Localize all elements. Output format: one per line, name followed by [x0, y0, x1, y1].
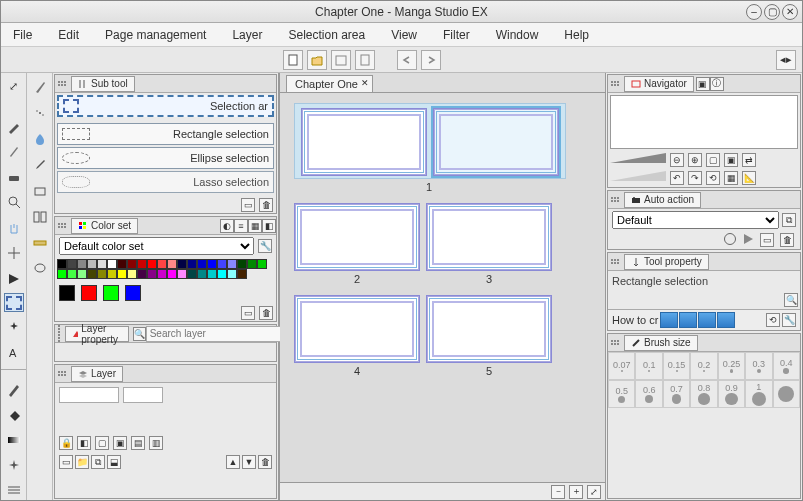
- colorset-opt3-icon[interactable]: ▦: [248, 219, 262, 233]
- swatch[interactable]: [57, 259, 67, 269]
- swatch[interactable]: [137, 269, 147, 279]
- autoaction-tab[interactable]: Auto action: [624, 192, 701, 208]
- toolprop-reset-icon[interactable]: ⟲: [766, 313, 780, 327]
- colorset-trash-icon[interactable]: 🗑: [259, 306, 273, 320]
- layer-clip-icon[interactable]: ◧: [77, 436, 91, 450]
- menu-layer[interactable]: Layer: [228, 26, 266, 44]
- layer-search-input[interactable]: [146, 326, 281, 342]
- brush-size-cell[interactable]: 0.6: [635, 380, 662, 408]
- colorset-tab[interactable]: Color set: [71, 218, 138, 234]
- zoom-fit-icon[interactable]: ⤢: [587, 485, 601, 499]
- brush-size-cell[interactable]: 1: [745, 380, 772, 408]
- recent-swatch[interactable]: [103, 285, 119, 301]
- blend-tool-icon[interactable]: [30, 129, 50, 149]
- nav-zoomout-icon[interactable]: ⊖: [670, 153, 684, 167]
- swatch[interactable]: [257, 259, 267, 269]
- swatch[interactable]: [67, 259, 77, 269]
- layer-folder-icon[interactable]: 📁: [75, 455, 89, 469]
- swatch[interactable]: [57, 269, 67, 279]
- swatch[interactable]: [117, 269, 127, 279]
- close-tab-icon[interactable]: ✕: [361, 78, 369, 88]
- navigator-icon2[interactable]: ▣: [696, 77, 710, 91]
- swatch[interactable]: [177, 259, 187, 269]
- swatch[interactable]: [77, 259, 87, 269]
- menu-page-management[interactable]: Page management: [101, 26, 210, 44]
- nav-grid-icon[interactable]: ▦: [724, 171, 738, 185]
- new-file-icon[interactable]: [283, 50, 303, 70]
- brush-size-cell[interactable]: 0.15: [663, 352, 690, 380]
- layer-fx-icon[interactable]: ▥: [149, 436, 163, 450]
- subtool-trash-icon[interactable]: 🗑: [259, 198, 273, 212]
- toolprop-wrench-icon[interactable]: 🔧: [782, 313, 796, 327]
- layer-merge-icon[interactable]: ⬓: [107, 455, 121, 469]
- toolprop-tab[interactable]: Tool property: [624, 254, 709, 270]
- swatch[interactable]: [127, 269, 137, 279]
- zoom-out-icon[interactable]: －: [551, 485, 565, 499]
- pen-tool-icon[interactable]: [4, 143, 24, 162]
- swatch[interactable]: [247, 259, 257, 269]
- balloon-tool-icon[interactable]: [30, 259, 50, 279]
- brush-size-cell[interactable]: 0.4: [773, 352, 800, 380]
- swatch[interactable]: [217, 259, 227, 269]
- nav-rotl-icon[interactable]: ↶: [670, 171, 684, 185]
- swatch[interactable]: [107, 259, 117, 269]
- menu-edit[interactable]: Edit: [54, 26, 83, 44]
- wand-tool-icon[interactable]: [4, 318, 24, 337]
- colorset-wrench-icon[interactable]: 🔧: [258, 239, 272, 253]
- brush-size-cell[interactable]: 0.3: [745, 352, 772, 380]
- swatch[interactable]: [187, 259, 197, 269]
- hand-tool-icon[interactable]: [4, 218, 24, 237]
- swatch[interactable]: [237, 259, 247, 269]
- menu-window[interactable]: Window: [492, 26, 543, 44]
- swatch[interactable]: [127, 259, 137, 269]
- layer-opacity-field[interactable]: [123, 387, 163, 403]
- navigator-info-icon[interactable]: ⓘ: [710, 77, 724, 91]
- swatch[interactable]: [157, 269, 167, 279]
- howto-mode2[interactable]: [679, 312, 697, 328]
- page-thumb-3[interactable]: [426, 203, 552, 271]
- colorset-dropdown[interactable]: Default color set: [59, 237, 254, 255]
- layer-draft-icon[interactable]: ▤: [131, 436, 145, 450]
- canvas-tab-chapter-one[interactable]: Chapter One ✕: [286, 75, 373, 92]
- layerprop-tab[interactable]: Layer property: [65, 326, 129, 342]
- close-button[interactable]: ✕: [782, 4, 798, 20]
- autoaction-dropdown[interactable]: Default: [612, 211, 779, 229]
- eyedropper-tool-icon[interactable]: [30, 155, 50, 175]
- subtool-tab[interactable]: Sub tool: [71, 76, 135, 92]
- swatch[interactable]: [167, 259, 177, 269]
- swatch[interactable]: [207, 269, 217, 279]
- layer-tab[interactable]: Layer: [71, 366, 123, 382]
- minimize-button[interactable]: –: [746, 4, 762, 20]
- swatch[interactable]: [227, 269, 237, 279]
- recent-swatch[interactable]: [81, 285, 97, 301]
- swatch[interactable]: [197, 269, 207, 279]
- page-icon[interactable]: [355, 50, 375, 70]
- shape-tool-icon[interactable]: [30, 181, 50, 201]
- swatch[interactable]: [177, 269, 187, 279]
- swatch[interactable]: [97, 269, 107, 279]
- swatch[interactable]: [137, 259, 147, 269]
- swatch[interactable]: [237, 269, 247, 279]
- airbrush-tool-icon[interactable]: [30, 103, 50, 123]
- swatch[interactable]: [227, 259, 237, 269]
- lasso-tool-icon[interactable]: [4, 268, 24, 287]
- lines-tool-icon[interactable]: [4, 481, 24, 500]
- swatch[interactable]: [187, 269, 197, 279]
- menu-filter[interactable]: Filter: [439, 26, 474, 44]
- gradient-tool-icon[interactable]: [4, 431, 24, 450]
- swatch[interactable]: [117, 259, 127, 269]
- swatch[interactable]: [77, 269, 87, 279]
- page-thumb-left[interactable]: [301, 108, 427, 176]
- colorset-add-icon[interactable]: ▭: [241, 306, 255, 320]
- subtool-rectangle[interactable]: Rectangle selection: [57, 123, 274, 145]
- colorset-opt2-icon[interactable]: ≡: [234, 219, 248, 233]
- brush-size-cell[interactable]: [773, 380, 800, 408]
- swatch[interactable]: [87, 259, 97, 269]
- brush-size-cell[interactable]: 0.2: [690, 352, 717, 380]
- colorset-opt1-icon[interactable]: ◐: [220, 219, 234, 233]
- swatch[interactable]: [147, 259, 157, 269]
- swatch[interactable]: [217, 269, 227, 279]
- layer-trash-icon[interactable]: 🗑: [258, 455, 272, 469]
- layer-down-icon[interactable]: ▼: [242, 455, 256, 469]
- zoom-all-icon[interactable]: ⤢: [4, 77, 24, 96]
